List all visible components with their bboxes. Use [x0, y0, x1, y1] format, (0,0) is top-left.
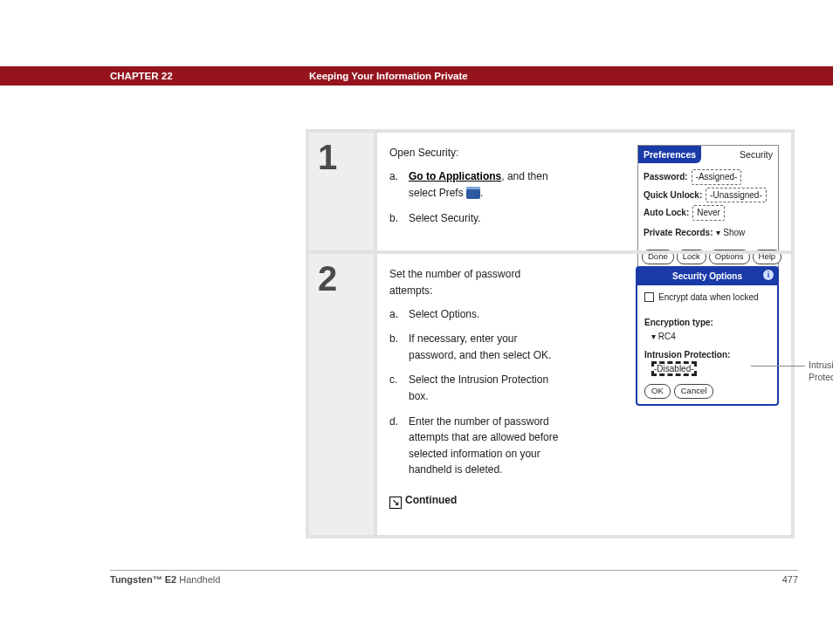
palm2-button-row: OK Cancel [637, 380, 777, 404]
palm-titlebar: Preferences Security [638, 146, 778, 163]
encrypt-checkbox-row: Encrypt data when locked [644, 291, 770, 305]
chapter-label: CHAPTER 22 [110, 71, 309, 81]
substep-item: b. If necessary, enter your password, an… [389, 331, 564, 363]
page-footer: Tungsten™ E2 Handheld 477 [110, 570, 798, 585]
checkbox-icon [644, 292, 654, 302]
substep-item: d. Enter the number of password attempts… [389, 414, 564, 478]
page-number: 477 [782, 574, 798, 585]
private-records-field: ▾ Show [716, 226, 745, 240]
palm-row: Password: -Assigned- [644, 169, 773, 185]
step-number: 2 [309, 250, 377, 535]
substep-letter: d. [389, 414, 402, 478]
chapter-title: Keeping Your Information Private [309, 71, 468, 81]
substep-item: a. Select Options. [389, 306, 564, 323]
continued-indicator: ↘Continued [389, 492, 779, 509]
step-block: 1 Open Security: a. Go to Applications, … [306, 129, 795, 538]
step-body: Open Security: a. Go to Applications, an… [377, 133, 791, 250]
palm-title-left: Preferences [638, 146, 701, 163]
go-to-applications-link[interactable]: Go to Applications [409, 170, 501, 182]
palm2-titlebar: Security Options i [637, 268, 777, 285]
ok-button: OK [644, 384, 671, 399]
continued-arrow-icon: ↘ [389, 497, 402, 509]
intrusion-protection-box: -Disabled- [651, 361, 697, 376]
substep-letter: a. [389, 306, 402, 323]
step-intro: Set the number of password attempts: [389, 266, 564, 298]
encryption-type-value: ▾ RC4 [651, 330, 770, 344]
cancel-button: Cancel [674, 384, 714, 399]
substep-text: Go to Applications, and then select Pref… [409, 168, 564, 202]
substep-text: Select the Intrusion Protection box. [409, 372, 564, 404]
chapter-header-bar: CHAPTER 22 Keeping Your Information Priv… [0, 66, 833, 86]
substep-text: Select Security. [409, 210, 480, 227]
substep-letter: b. [389, 210, 402, 227]
substep-text: Enter the number of password attempts th… [409, 414, 564, 478]
substep-letter: c. [389, 372, 402, 404]
step-number: 1 [309, 133, 377, 250]
callout-text: Intrusion Protection box [809, 360, 833, 383]
substep-text: If necessary, enter your password, and t… [409, 331, 564, 363]
substep-text: Select Options. [409, 306, 479, 323]
substep-item: c. Select the Intrusion Protection box. [389, 372, 564, 404]
auto-lock-field: Never [692, 205, 725, 221]
palm-title-right: Security [734, 146, 778, 163]
prefs-icon [466, 187, 480, 199]
palm-row: Quick Unlock: -Unassigned- [644, 188, 773, 203]
quick-unlock-field: -Unassigned- [706, 188, 766, 203]
encryption-type-label: Encryption type: [644, 316, 770, 330]
content-area: 1 Open Security: a. Go to Applications, … [306, 129, 795, 538]
substep-item: a. Go to Applications, and then select P… [389, 168, 564, 202]
palm-row: Private Records: ▾ Show [644, 226, 773, 240]
product-name: Tungsten™ E2 Handheld [110, 574, 220, 585]
palm-row: Auto Lock: Never [644, 205, 773, 221]
intrusion-protection-label: Intrusion Protection: [644, 348, 770, 362]
step-body: Set the number of password attempts: a. … [377, 250, 791, 535]
palm-security-options-screenshot: Security Options i Encrypt data when loc… [636, 266, 779, 406]
callout-line [751, 366, 805, 367]
substep-letter: b. [389, 331, 402, 363]
substep-letter: a. [389, 168, 402, 202]
password-field: -Assigned- [692, 169, 742, 185]
substep-item: b. Select Security. [389, 210, 564, 227]
info-icon: i [763, 270, 774, 280]
